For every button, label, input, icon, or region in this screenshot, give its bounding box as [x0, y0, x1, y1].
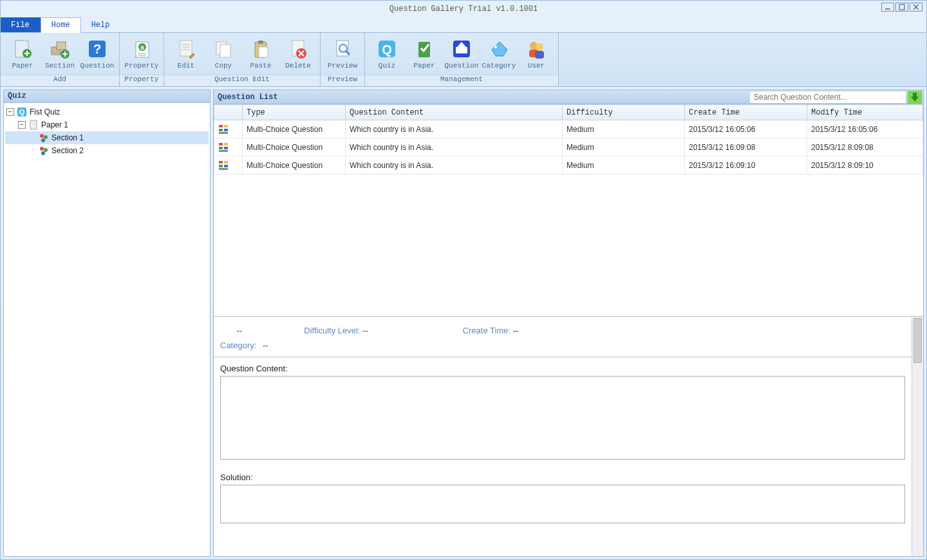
question-list-header: Question List: [214, 90, 923, 104]
minimize-button[interactable]: [881, 3, 894, 12]
row-difficulty: Medium: [563, 138, 685, 156]
row-create: 2015/3/12 16:09:10: [685, 156, 807, 174]
quiz-panel-title: Quiz: [4, 90, 210, 103]
row-type: Multi-Choice Question: [243, 156, 346, 174]
add-question-button[interactable]: ? Question: [79, 35, 115, 71]
edit-button[interactable]: Edit: [168, 35, 204, 71]
svg-rect-62: [219, 129, 223, 131]
svg-rect-42: [456, 47, 467, 53]
category-mgmt-button[interactable]: Category: [481, 35, 517, 71]
svg-marker-59: [911, 93, 919, 102]
svg-rect-68: [224, 147, 228, 149]
svg-point-58: [41, 151, 45, 155]
paper-add-icon: [11, 37, 34, 61]
question-detail-pane: -- Difficulty Level: -- Create Time: -- …: [214, 317, 923, 556]
section-add-icon: [48, 37, 71, 61]
detail-create-label: Create Time:: [463, 326, 513, 335]
table-header-row: Type Question Content Difficulty Create …: [214, 105, 923, 120]
row-icon-cell: [214, 138, 243, 156]
col-modify[interactable]: Modify Time: [807, 105, 923, 120]
row-type: Multi-Choice Question: [243, 120, 346, 138]
svg-rect-74: [219, 168, 228, 170]
svg-point-56: [40, 147, 44, 151]
tab-help[interactable]: Help: [81, 17, 121, 32]
ribbon-group-preview: Preview Preview: [321, 33, 365, 86]
detail-meta-row: -- Difficulty Level: -- Create Time: --: [214, 317, 912, 341]
col-create[interactable]: Create Time: [685, 105, 807, 120]
detail-category-label: Category:: [220, 341, 256, 350]
row-difficulty: Medium: [563, 120, 685, 138]
search-input[interactable]: [749, 91, 906, 104]
question-list-title: Question List: [214, 93, 282, 102]
col-content[interactable]: Question Content: [346, 105, 563, 120]
tree-node-section-1[interactable]: Section 1: [5, 131, 209, 144]
col-icon[interactable]: [214, 105, 243, 120]
property-button[interactable]: a Property: [124, 35, 160, 71]
row-modify: 2015/3/12 8:09:08: [807, 138, 923, 156]
svg-point-53: [40, 134, 44, 138]
svg-rect-65: [219, 143, 223, 145]
close-button[interactable]: [910, 3, 922, 12]
question-content-label: Question Content:: [214, 357, 912, 376]
solution-label: Solution:: [214, 466, 912, 485]
question-content-box[interactable]: [220, 376, 905, 460]
tree-node-paper-label: Paper 1: [41, 120, 68, 129]
col-difficulty[interactable]: Difficulty: [563, 105, 685, 120]
tree-node-section-2[interactable]: Section 2: [5, 144, 209, 157]
detail-scrollbar[interactable]: [912, 317, 923, 556]
tree-node-paper[interactable]: − Paper 1: [5, 118, 209, 131]
add-paper-button[interactable]: Paper: [5, 35, 41, 71]
svg-rect-1: [899, 5, 904, 10]
quiz-node-icon: Q: [17, 107, 27, 117]
question-add-icon: ?: [86, 37, 109, 61]
quiz-mgmt-button[interactable]: Q Quiz: [369, 35, 405, 71]
scrollbar-thumb[interactable]: [913, 318, 922, 363]
svg-rect-73: [224, 165, 228, 167]
tree-node-quiz-label: Fist Quiz: [30, 107, 60, 117]
svg-rect-10: [57, 42, 66, 50]
svg-rect-69: [219, 150, 228, 152]
row-create: 2015/3/12 16:05:06: [685, 120, 807, 138]
preview-button[interactable]: Preview: [324, 35, 360, 71]
tree-node-section-2-label: Section 2: [52, 146, 84, 155]
row-create: 2015/3/12 16:09:08: [685, 138, 807, 156]
row-content: Which country is in Asia.: [346, 120, 563, 138]
row-icon-cell: [214, 120, 243, 138]
delete-icon: [286, 37, 310, 61]
copy-button[interactable]: Copy: [205, 35, 241, 71]
preview-icon: [331, 37, 354, 61]
maximize-button[interactable]: [895, 3, 908, 12]
svg-rect-63: [224, 129, 228, 131]
svg-rect-66: [224, 143, 228, 145]
svg-rect-64: [219, 132, 228, 134]
search-go-button[interactable]: [908, 91, 922, 104]
paste-button[interactable]: Paste: [243, 35, 279, 71]
paper-node-icon: [28, 120, 39, 130]
ribbon-group-management-label: Management: [365, 75, 558, 86]
user-mgmt-button[interactable]: User: [518, 35, 554, 71]
quiz-tree: − Q Fist Quiz − Paper 1 Section 1: [4, 103, 210, 556]
window-buttons: [881, 3, 922, 12]
table-row[interactable]: Multi-Choice QuestionWhich country is in…: [214, 120, 923, 138]
question-list-panel: Question List Type Question Content D: [213, 89, 924, 557]
table-row[interactable]: Multi-Choice QuestionWhich country is in…: [214, 138, 923, 156]
svg-text:?: ?: [93, 42, 101, 56]
tab-file[interactable]: File: [1, 17, 41, 32]
titlebar: Question Gallery Trial v1.0.1001: [1, 1, 926, 17]
question-mgmt-button[interactable]: Question: [444, 35, 480, 71]
col-type[interactable]: Type: [243, 105, 346, 120]
paper-mgmt-button[interactable]: Paper: [406, 35, 442, 71]
add-section-button[interactable]: Section: [42, 35, 78, 71]
table-row[interactable]: Multi-Choice QuestionWhich country is in…: [214, 156, 923, 174]
svg-rect-30: [259, 47, 268, 57]
ribbon-group-add: Paper Section ? Question Add: [1, 33, 120, 86]
tree-node-quiz[interactable]: − Q Fist Quiz: [5, 106, 209, 118]
arrow-down-icon: [911, 93, 919, 102]
tree-collapse-icon[interactable]: −: [6, 108, 14, 116]
tree-collapse-icon[interactable]: −: [18, 121, 26, 129]
solution-box[interactable]: [220, 485, 905, 523]
tab-home[interactable]: Home: [41, 17, 81, 33]
delete-button[interactable]: Delete: [280, 35, 316, 71]
svg-text:Q: Q: [19, 108, 25, 116]
svg-rect-27: [220, 44, 230, 57]
